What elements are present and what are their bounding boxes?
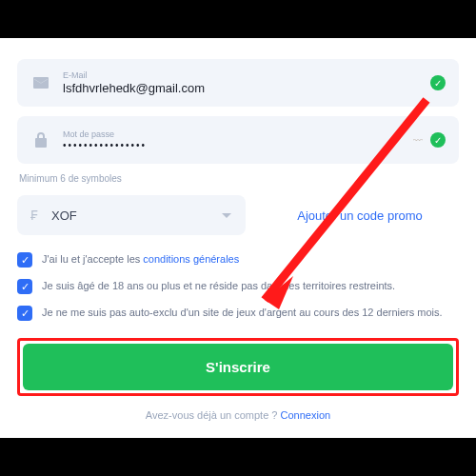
login-link[interactable]: Connexion bbox=[281, 409, 331, 421]
checkbox[interactable]: ✓ bbox=[17, 279, 32, 294]
terms-link[interactable]: conditions générales bbox=[143, 253, 239, 265]
highlight-box: S'inscrire bbox=[17, 338, 459, 396]
terms-text: J'ai lu et j'accepte les conditions géné… bbox=[42, 252, 239, 267]
agreements: ✓ J'ai lu et j'accepte les conditions gé… bbox=[17, 252, 459, 321]
add-promo-link[interactable]: Ajouter un code promo bbox=[261, 208, 459, 223]
checkbox[interactable]: ✓ bbox=[17, 306, 32, 321]
password-label: Mot de passe bbox=[63, 129, 413, 140]
password-input[interactable] bbox=[63, 140, 413, 150]
terms-checkbox-row: ✓ J'ai lu et j'accepte les conditions gé… bbox=[17, 252, 459, 268]
password-field[interactable]: Mot de passe 〰 ✓ bbox=[17, 116, 459, 164]
mail-icon bbox=[30, 77, 51, 89]
check-icon: ✓ bbox=[430, 75, 446, 90]
login-prompt: Avez-vous déjà un compte ? Connexion bbox=[17, 409, 459, 421]
lock-icon bbox=[30, 132, 51, 148]
email-input[interactable] bbox=[63, 81, 430, 95]
currency-code: XOF bbox=[51, 208, 221, 223]
selfexcl-text: Je ne me suis pas auto-exclu d'un site d… bbox=[42, 306, 443, 320]
check-icon: ✓ bbox=[430, 132, 446, 148]
password-hint: Minimum 6 de symboles bbox=[19, 173, 459, 184]
selfexcl-checkbox-row: ✓ Je ne me suis pas auto-exclu d'un site… bbox=[17, 306, 459, 321]
currency-symbol: ₣ bbox=[30, 208, 51, 223]
email-label: E-Mail bbox=[63, 70, 430, 81]
chevron-down-icon bbox=[221, 207, 232, 224]
age-text: Je suis âgé de 18 ans ou plus et ne rési… bbox=[42, 279, 395, 293]
checkbox[interactable]: ✓ bbox=[17, 252, 32, 268]
age-checkbox-row: ✓ Je suis âgé de 18 ans ou plus et ne ré… bbox=[17, 279, 459, 294]
toggle-visibility-icon[interactable]: 〰 bbox=[413, 135, 423, 146]
currency-select[interactable]: ₣ XOF bbox=[17, 195, 246, 235]
signup-button[interactable]: S'inscrire bbox=[23, 344, 453, 390]
signup-panel: E-Mail ✓ Mot de passe 〰 ✓ Minimum 6 de s… bbox=[0, 38, 476, 438]
email-field[interactable]: E-Mail ✓ bbox=[17, 59, 459, 107]
